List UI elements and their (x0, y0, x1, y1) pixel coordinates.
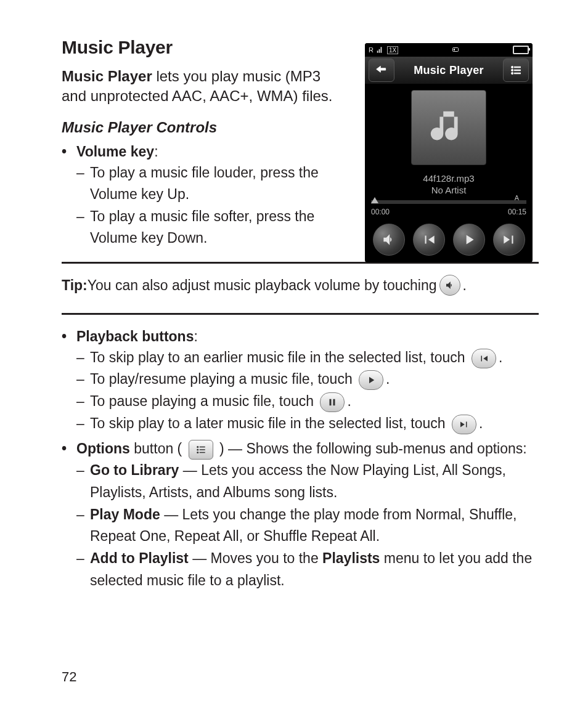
goto-library-bold: Go to Library (90, 462, 179, 478)
svg-rect-5 (514, 70, 520, 71)
playback-buttons-bullet: Playback buttons: To skip play to an ear… (62, 327, 539, 434)
list-icon (510, 64, 522, 76)
time-total: 00:15 (508, 208, 526, 216)
skip-forward-icon (501, 232, 517, 248)
track-artist: No Artist (365, 185, 533, 197)
svg-point-10 (197, 449, 198, 451)
next-button[interactable] (493, 224, 525, 256)
svg-point-2 (511, 66, 513, 68)
album-art-area (365, 84, 533, 171)
skip-back-icon (478, 353, 489, 364)
options-bullet: Options button ( ) — Shows the following… (62, 439, 539, 591)
skip-forward-icon (459, 419, 470, 430)
add-playlist-bold: Add to Playlist (90, 550, 189, 566)
play-after: . (386, 371, 390, 387)
svg-point-6 (511, 72, 513, 74)
progress-knob[interactable] (371, 197, 378, 203)
play-item: To play/resume playing a music file, tou… (76, 368, 539, 391)
skip-next-after: . (479, 415, 483, 431)
list-icon (195, 444, 206, 455)
play-icon (365, 375, 377, 386)
skip-back-inline-button[interactable] (472, 349, 496, 368)
tip-text: You can also adjust music playback volum… (88, 277, 437, 294)
svg-rect-1 (454, 49, 455, 51)
card-icon (451, 46, 460, 54)
time-row: 00:00 00:15 (365, 205, 533, 220)
svg-rect-11 (199, 450, 205, 451)
back-button[interactable] (369, 59, 394, 82)
time-elapsed: 00:00 (371, 208, 390, 216)
volume-key-label: Volume key (76, 144, 154, 160)
add-playlist-bold2: Playlists (322, 550, 380, 566)
speaker-icon (381, 232, 397, 248)
intro-lead: Music Player (62, 68, 152, 84)
options-label: Options (76, 440, 130, 456)
pause-after: . (347, 393, 351, 409)
svg-point-8 (197, 446, 198, 448)
speaker-inline-button[interactable] (439, 275, 460, 296)
progress-bar[interactable]: A (371, 200, 526, 204)
track-filename: 44f128r.mp3 (365, 173, 533, 185)
pause-inline-button[interactable] (320, 392, 345, 412)
back-icon (375, 64, 388, 76)
player-controls (365, 220, 533, 262)
options-button[interactable] (503, 59, 529, 82)
svg-point-12 (197, 452, 198, 453)
tip-row: Tip: You can also adjust music playback … (62, 270, 539, 301)
intro-paragraph: Music Player lets you play music (MP3 an… (62, 67, 345, 107)
pause-before: To pause playing a music file, touch (90, 393, 317, 409)
tip-trailing: . (463, 277, 467, 294)
album-art (411, 90, 486, 165)
skip-next-before: To skip play to a later music file in th… (90, 415, 449, 431)
skip-back-icon (421, 232, 437, 248)
add-playlist-before: — Moves you to the (189, 550, 322, 566)
options-middle: button ( (134, 440, 186, 456)
play-before: To play/resume playing a music file, tou… (90, 371, 356, 387)
shuffle-mark: A (515, 194, 519, 201)
colon: : (154, 144, 158, 160)
signal-icon (376, 46, 385, 54)
svg-rect-3 (514, 67, 520, 68)
phone-title-bar: Music Player (365, 57, 533, 84)
svg-rect-9 (199, 447, 205, 448)
skip-prev-item: To skip play to an earlier music file in… (76, 347, 539, 369)
svg-rect-0 (453, 48, 459, 52)
volume-down-item: To play a music file softer, press the V… (76, 206, 341, 249)
volume-button[interactable] (373, 224, 405, 256)
speaker-icon (444, 280, 455, 291)
play-button[interactable] (453, 224, 485, 256)
track-meta: 44f128r.mp3 No Artist (365, 171, 533, 200)
signal-indicator: R (369, 46, 374, 54)
skip-prev-before: To skip play to an earlier music file in… (90, 349, 469, 365)
play-mode-bold: Play Mode (90, 506, 160, 522)
page-number: 72 (62, 669, 76, 685)
status-bar: R 1X (365, 43, 533, 57)
options-inline-button[interactable] (189, 440, 213, 460)
tip-label: Tip: (62, 277, 88, 294)
svg-rect-13 (199, 452, 205, 453)
previous-button[interactable] (413, 224, 445, 256)
music-note-icon (427, 106, 470, 149)
play-icon (461, 232, 477, 248)
goto-library-item: Go to Library — Lets you access the Now … (76, 460, 539, 503)
network-indicator: 1X (387, 46, 398, 54)
skip-next-item: To skip play to a later music file in th… (76, 413, 539, 435)
options-after-icon: ) — Shows the following sub-menus and op… (219, 440, 527, 456)
battery-icon (513, 46, 529, 54)
play-inline-button[interactable] (359, 370, 383, 390)
phone-title: Music Player (414, 64, 484, 77)
svg-point-4 (511, 69, 513, 71)
playback-label: Playback buttons (76, 328, 194, 344)
play-mode-item: Play Mode — Lets you change the play mod… (76, 504, 539, 548)
pause-item: To pause playing a music file, touch . (76, 391, 539, 413)
music-player-screenshot: R 1X Music Player 4 (365, 43, 533, 262)
colon: : (194, 328, 197, 344)
volume-up-item: To play a music file louder, press the V… (76, 162, 341, 206)
svg-rect-7 (514, 73, 520, 74)
skip-prev-after: . (499, 349, 502, 365)
divider-bottom (62, 313, 539, 315)
add-to-playlist-item: Add to Playlist — Moves you to the Playl… (76, 548, 539, 591)
skip-forward-inline-button[interactable] (452, 415, 476, 434)
volume-key-bullet: Volume key: To play a music file louder,… (62, 142, 341, 249)
pause-icon (327, 397, 338, 408)
